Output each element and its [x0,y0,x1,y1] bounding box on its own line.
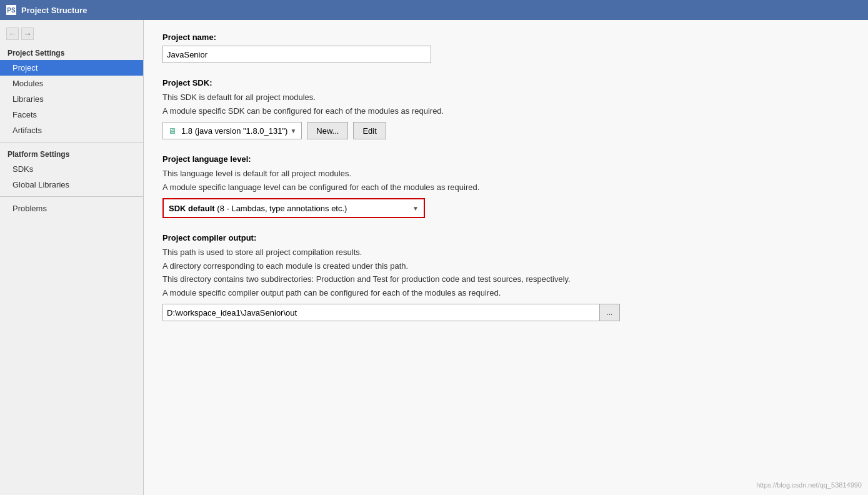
watermark: https://blog.csdn.net/qq_53814990 [756,481,862,489]
language-level-section: Project language level: This language le… [162,154,849,218]
sidebar-item-modules[interactable]: Modules [0,76,143,91]
compiler-output-section: Project compiler output: This path is us… [162,233,849,321]
project-name-label: Project name: [162,32,849,42]
project-sdk-desc2: A module specific SDK can be configured … [162,105,849,118]
sidebar: ← → Project Settings Project Modules Lib… [0,20,144,495]
language-level-label: Project language level: [162,154,849,164]
sidebar-item-libraries[interactable]: Libraries [0,91,143,107]
sdk-chevron-icon: ▼ [290,128,296,134]
language-level-desc1: This language level is default for all p… [162,168,849,180]
compiler-output-desc4: A module specific compiler output path c… [162,287,849,299]
sidebar-item-problems[interactable]: Problems [0,201,143,216]
language-level-desc2: A module specific language level can be … [162,181,849,194]
compiler-output-input[interactable] [162,304,600,321]
compiler-output-desc3: This directory contains two subdirectori… [162,273,849,286]
sdk-dropdown[interactable]: 🖥 1.8 (java version "1.8.0_131") ▼ [162,122,302,139]
project-name-input[interactable] [162,46,431,63]
project-sdk-section: Project SDK: This SDK is default for all… [162,78,849,139]
sidebar-item-project[interactable]: Project [0,60,143,76]
sdk-value: 1.8 (java version "1.8.0_131") [181,126,287,136]
project-settings-label: Project Settings [0,45,143,60]
language-level-value: SDK default (8 - Lambdas, type annotatio… [169,204,410,213]
project-sdk-label: Project SDK: [162,78,849,88]
content-area: Project name: Project SDK: This SDK is d… [144,20,868,495]
compiler-output-label: Project compiler output: [162,233,849,242]
window-title: Project Structure [21,6,87,15]
language-level-chevron-icon: ▼ [412,205,419,212]
app-icon: PS [6,5,16,15]
back-button[interactable]: ← [6,28,19,40]
platform-settings-label: Platform Settings [0,146,143,161]
sidebar-item-facets[interactable]: Facets [0,107,143,122]
compiler-output-desc2: A directory corresponding to each module… [162,260,849,272]
sdk-icon: 🖥 [168,126,176,136]
forward-button[interactable]: → [21,28,34,40]
edit-sdk-button[interactable]: Edit [353,122,386,139]
sidebar-item-sdks[interactable]: SDKs [0,161,143,177]
project-name-section: Project name: [162,32,849,63]
project-sdk-desc1: This SDK is default for all project modu… [162,91,849,104]
browse-button[interactable]: ... [600,304,620,321]
sidebar-item-artifacts[interactable]: Artifacts [0,122,143,138]
title-bar: PS Project Structure [0,0,868,20]
compiler-output-desc1: This path is used to store all project c… [162,246,849,259]
sidebar-item-global-libraries[interactable]: Global Libraries [0,177,143,192]
new-sdk-button[interactable]: New... [307,122,348,139]
language-level-dropdown[interactable]: SDK default (8 - Lambdas, type annotatio… [162,198,425,218]
